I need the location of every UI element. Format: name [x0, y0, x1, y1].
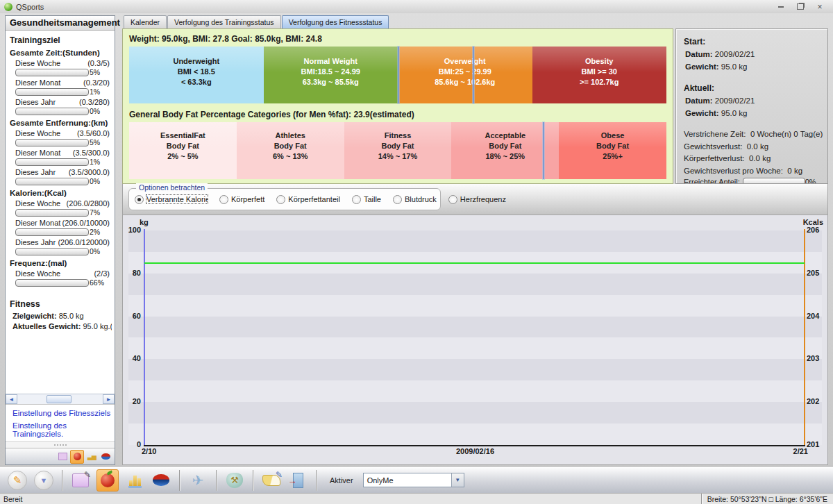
diary-book-icon[interactable]: ✎ [261, 470, 282, 491]
radio-heartrate[interactable]: Herzfrequenz [448, 195, 506, 204]
progress-row: 5% [15, 68, 112, 76]
tab-trainingsstatus[interactable]: Verfolgung des Trainingsstatus [167, 15, 281, 28]
fitness-goal-settings-link[interactable]: Einstellung des Fitnessziels [12, 409, 115, 417]
statistics-icon[interactable] [124, 470, 145, 491]
goal-row: Dieses Jahr(3.5/3000.0) [15, 168, 110, 176]
goal-row: Dieser Monat(0.3/20) [15, 78, 110, 87]
radio-icon[interactable] [393, 195, 402, 204]
minimize-button[interactable] [776, 3, 786, 11]
start-weight: Gewicht: 95.0 kg [685, 61, 827, 72]
sidebar: Gesundheitsmanagement Trainingsziel Gesa… [5, 15, 115, 465]
memo-icon[interactable]: ✎ [7, 470, 28, 491]
radio-bodyfat-share[interactable]: Körperfettanteil [276, 195, 340, 204]
goal-row: Dieser Monat(206.0/10000) [15, 219, 110, 227]
radio-icon[interactable] [448, 195, 457, 204]
summary-panel: Start: Datum: 2009/02/21 Gewicht: 95.0 k… [675, 28, 828, 184]
bmi-block-obesity: Obesity BMI >= 30 >= 102.7kg [532, 47, 667, 103]
statistics-mini-icon[interactable]: ▃▅ [85, 451, 98, 463]
calendar-edit-icon[interactable]: ✎ [70, 470, 91, 491]
toolbar-separator [216, 470, 217, 491]
scrollbar-track[interactable] [17, 394, 103, 404]
x-label-mid: 2009/02/16 [123, 447, 827, 455]
scroll-left-icon[interactable]: ◄ [6, 394, 17, 404]
progress-bar [15, 178, 89, 185]
training-mini-icon[interactable] [99, 451, 112, 463]
kg-axis-line [144, 229, 145, 446]
sidebar-hscrollbar[interactable]: ◄ ► [6, 394, 115, 404]
tab-kalender[interactable]: Kalender [124, 15, 167, 28]
y2-tick: 204 [807, 312, 826, 320]
bmi-category-bar: Underweight BMI < 18.5 < 63.3kg Normal W… [129, 47, 666, 103]
radio-waist[interactable]: Taille [352, 195, 381, 204]
fitness-title: Fitness [10, 299, 112, 309]
progress-row: 1% [15, 158, 112, 166]
exit-icon[interactable]: → [287, 470, 308, 491]
training-goal-settings-link[interactable]: Einstellung des Trainingsziels. [12, 421, 115, 438]
elapsed-time: Verstrichene Zeit: 0 Woche(n) 0 Tag(e) [684, 128, 827, 140]
travel-plane-icon[interactable]: ✈ [187, 470, 208, 491]
tools-icon[interactable]: ⚒ [224, 470, 245, 491]
training-helmet-icon[interactable] [151, 470, 171, 491]
fat-block-obese: Obese Body Fat 25%+ [559, 122, 666, 179]
progress-row: 1% [15, 87, 112, 96]
sidebar-mini-toolbar: ▃▅ [6, 448, 115, 464]
close-button[interactable]: × [815, 3, 825, 11]
aktuell-title: Aktuell: [684, 83, 827, 93]
weight-bmi-header: Weight: 95.0kg, BMI: 27.8 Goal: 85.0kg, … [129, 34, 673, 44]
titlebar: QSports × [0, 0, 833, 13]
radio-icon[interactable] [219, 195, 228, 204]
person-dropdown-value: OnlyMe [364, 476, 451, 485]
training-goal-title: Trainingsziel [10, 35, 112, 45]
radio-bloodpressure[interactable]: Blutdruck [393, 195, 437, 204]
main-toolbar: ✎ ▼ ✎ ✈ ⚒ ✎ → Aktiver OnlyMe ▼ [0, 466, 833, 494]
content-area: Gesundheitsmanagement Trainingsziel Gesa… [0, 13, 833, 467]
toolbar-separator [62, 470, 62, 491]
y2-tick: 205 [807, 269, 826, 277]
fat-block-athletes: Athletes Body Fat 6% ~ 13% [237, 122, 344, 179]
goal-row: Diese Woche(3.5/60.0) [15, 129, 110, 137]
current-bodyfat-marker [543, 122, 544, 179]
nutrition-icon[interactable] [96, 469, 119, 492]
nutrition-mini-icon[interactable] [70, 450, 84, 464]
tab-fitnessstatus[interactable]: Verfolgung des Fitnessstatus [282, 15, 389, 28]
section-title-calories: Kalorien:(Kcal) [10, 189, 112, 197]
bmi-block-underweight: Underweight BMI < 18.5 < 63.3kg [129, 47, 264, 103]
restore-button[interactable] [796, 3, 805, 11]
sidebar-body: Trainingsziel Gesamte Zeit:(Stunden) Die… [6, 31, 115, 394]
bmi-block-overweight: Overweight BMI:25 ~ 29.99 85.6kg ~ 102.6… [398, 47, 532, 103]
x-label-end: 2/21 [793, 447, 808, 455]
download-icon[interactable]: ▼ [33, 470, 54, 491]
section-title-distance: Gesamte Entfernung:(km) [10, 119, 112, 127]
progress-bar [15, 88, 89, 96]
toolbar-separator [179, 470, 180, 491]
radio-bodyfat[interactable]: Körperfett [219, 195, 264, 204]
goal-row: Diese Woche(2/3) [15, 269, 110, 278]
radio-icon[interactable] [135, 195, 144, 204]
chevron-down-icon[interactable]: ▼ [451, 473, 464, 487]
section-title-frequency: Frequenz:(mal) [10, 259, 112, 267]
calendar-edit-mini-icon[interactable] [56, 451, 69, 463]
statusbar: Bereit Breite: 50°53'23"N □ Länge: 6°35'… [0, 493, 833, 504]
radio-icon[interactable] [276, 195, 285, 204]
progress-bar [15, 108, 89, 115]
scrollbar-thumb[interactable] [47, 395, 71, 403]
splitter-grip[interactable] [6, 441, 115, 448]
radio-icon[interactable] [352, 195, 361, 204]
scroll-right-icon[interactable]: ► [103, 394, 115, 404]
goal-row: Dieser Monat(3.5/300.0) [15, 149, 110, 157]
y-tick: 20 [123, 397, 141, 405]
goal-row: Dieses Jahr(0.3/280) [15, 98, 110, 106]
person-dropdown[interactable]: OnlyMe ▼ [363, 473, 464, 487]
sidebar-title: Gesundheitsmanagement [6, 16, 115, 31]
section-title-time: Gesamte Zeit:(Stunden) [10, 49, 112, 57]
settings-links: Einstellung des Fitnessziels Einstellung… [6, 404, 115, 441]
progress-row: 0% [15, 177, 112, 185]
goal-weight-marker [398, 47, 399, 103]
y-tick: 40 [123, 354, 141, 362]
options-legend: Optionen betrachten [136, 183, 208, 192]
weight-loss: Gewichtsverlust: 0.0 kg [684, 141, 827, 153]
radio-burned-calories[interactable]: Verbrannte Kalorien [135, 195, 208, 204]
bodyfat-loss: Körperfettverlust: 0.0 kg [684, 153, 827, 165]
x-axis-line [144, 445, 805, 446]
progress-bar [15, 248, 89, 255]
